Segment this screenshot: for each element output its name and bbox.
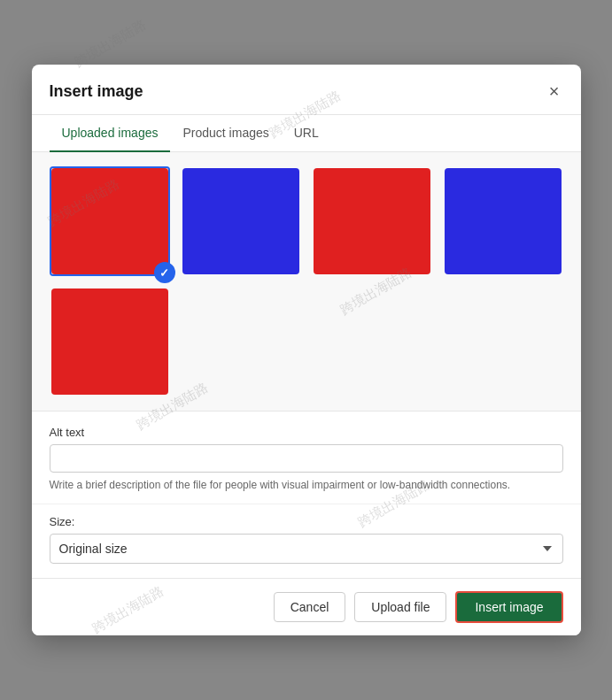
modal-header: Insert image × — [32, 65, 581, 115]
tabs-container: Uploaded images Product images URL — [32, 115, 581, 152]
insert-image-button[interactable]: Insert image — [455, 591, 562, 623]
size-section: Size: Original size Small Medium Large — [32, 504, 581, 578]
image-item-1[interactable]: ✓ — [50, 166, 170, 276]
close-button[interactable]: × — [546, 81, 563, 102]
alt-text-hint: Write a brief description of the file fo… — [50, 478, 563, 493]
image-thumb-1 — [51, 168, 168, 274]
image-item-4[interactable] — [443, 166, 563, 276]
alt-text-label: Alt text — [50, 426, 563, 439]
image-thumb-5 — [51, 288, 168, 395]
image-grid: ✓ — [32, 152, 581, 412]
image-thumb-2 — [182, 168, 299, 274]
tab-url[interactable]: URL — [282, 115, 331, 152]
cancel-button[interactable]: Cancel — [274, 592, 346, 622]
image-item-5[interactable] — [50, 287, 170, 396]
alt-text-input[interactable] — [50, 444, 563, 473]
image-item-3[interactable] — [312, 166, 432, 276]
insert-image-modal: Insert image × Uploaded images Product i… — [32, 65, 581, 635]
image-thumb-4 — [445, 168, 562, 274]
size-select[interactable]: Original size Small Medium Large — [50, 534, 563, 564]
size-label: Size: — [50, 515, 563, 528]
image-item-2[interactable] — [181, 166, 301, 276]
modal-footer: Cancel Upload file Insert image — [32, 578, 581, 635]
tab-uploaded-images[interactable]: Uploaded images — [50, 115, 171, 152]
upload-file-button[interactable]: Upload file — [354, 592, 446, 622]
modal-title: Insert image — [50, 82, 143, 101]
image-thumb-3 — [314, 168, 430, 274]
alt-text-section: Alt text Write a brief description of th… — [32, 412, 581, 504]
selected-checkmark-1: ✓ — [154, 262, 175, 283]
tab-product-images[interactable]: Product images — [170, 115, 281, 152]
